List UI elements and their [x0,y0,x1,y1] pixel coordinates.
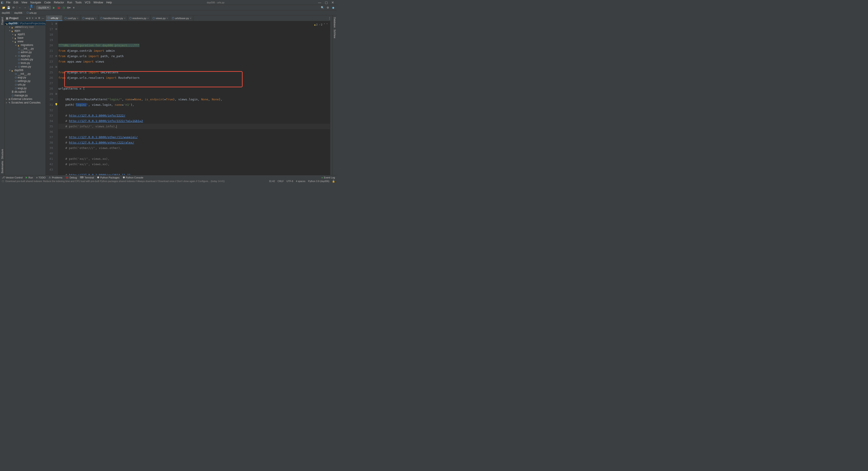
tree-item[interactable]: ▾▖apps [4,29,45,32]
breadcrumb-item[interactable]: day006 [2,11,10,14]
tree-item[interactable]: ▸✎Scratches and Consoles [4,101,45,104]
editor-tab[interactable]: ⬡views.py× [151,15,170,21]
debug-icon[interactable]: 🐞 [57,6,61,9]
tree-item[interactable]: ▸▖.venv library root [4,25,45,29]
chevron-down-icon[interactable]: ▾ [26,16,28,20]
inspections-widget[interactable]: 2 2 ˄ ˅ [314,22,328,28]
close-tab-icon[interactable]: × [190,17,191,20]
tool-sciview[interactable]: SciView [333,29,336,39]
tool-python-packages[interactable]: ⬢Python Packages [97,176,120,179]
tree-item[interactable]: 🗄db.sqlite3 [4,90,45,94]
collapse-icon[interactable]: ⇥ [35,16,37,20]
stop-icon[interactable]: ■ [72,6,75,9]
close-tab-icon[interactable]: × [77,17,78,20]
settings-icon[interactable]: ⚙ [326,6,330,9]
warnings-count[interactable]: 2 [314,22,318,28]
menu-refactor[interactable]: Refactor [53,0,65,4]
tabs-more-icon[interactable]: ⋮ [328,16,331,20]
tree-item[interactable]: ⬡settings.py [4,79,45,83]
close-tab-icon[interactable]: × [59,16,61,19]
project-tree[interactable]: ▾▖day006 E:\PycharmProjects\day00▸▖.venv… [4,21,45,175]
status-icon[interactable]: ☐ [2,180,4,182]
menu-edit[interactable]: Edit [12,0,20,4]
chevron-down-icon[interactable]: ˅ [327,22,328,28]
tool-debug[interactable]: 🐞Debug [66,176,77,179]
menu-view[interactable]: View [20,0,29,4]
tool-project[interactable]: Project [1,16,4,26]
menu-code[interactable]: Code [43,0,52,4]
editor-tab[interactable]: ⬡handlers\base.py× [98,15,127,21]
sync-icon[interactable]: ⟳ [12,6,15,9]
status-caret-pos[interactable]: 31:42 [269,180,275,182]
hide-icon[interactable]: — [42,16,44,20]
menu-help[interactable]: Help [105,0,113,4]
close-icon[interactable]: ✕ [331,1,334,4]
tree-item[interactable]: ▾▖www [4,40,45,43]
tree-item[interactable]: ⬡admin.py [4,51,45,54]
tool-database[interactable]: Database [333,16,336,29]
tree-item[interactable]: ⬡asgi.py [4,76,45,79]
select-opened-icon[interactable]: ⊙ [29,16,31,20]
tool-problems[interactable]: ⚠Problems [49,176,62,179]
ide-icon[interactable]: ◉ [331,6,335,9]
coverage-icon[interactable]: ◷ [62,6,66,9]
menu-navigate[interactable]: Navigate [29,0,42,4]
tool-todo[interactable]: ≡TODO [36,176,45,179]
code-area[interactable]: 2 2 ˄ ˅ """URL configuration for day006 … [58,21,330,175]
menu-file[interactable]: File [5,0,12,4]
tree-item[interactable]: ⬡tests.py [4,61,45,65]
nav-icon[interactable]: 👤▾ [30,6,33,9]
tool-run[interactable]: ▶Run [26,176,33,179]
profile-icon[interactable]: ⊕▾ [67,6,70,9]
menu-tools[interactable]: Tools [74,0,83,4]
tree-item[interactable]: ⬡manage.py [4,94,45,97]
status-interpreter[interactable]: Python 3.9 (day006) [308,180,329,182]
close-tab-icon[interactable]: × [147,17,149,20]
forward-icon[interactable]: → [23,6,27,9]
back-icon[interactable]: ← [18,6,22,9]
status-line-sep[interactable]: CRLF [278,180,284,182]
run-config-selector[interactable]: day006 ▾ [36,6,51,9]
editor-tab[interactable]: ⬡resolvers.py× [127,15,151,21]
ok-count[interactable]: 2 [319,22,322,28]
close-tab-icon[interactable]: × [95,17,96,20]
gear-icon[interactable]: ⚙ [38,16,40,20]
close-tab-icon[interactable]: × [124,17,125,20]
chevron-up-icon[interactable]: ˄ [324,22,325,28]
breadcrumb-item[interactable]: urls.py [29,11,36,14]
tree-item[interactable]: ▸⬡views.py [4,65,45,68]
tool-event-log[interactable]: ●Event Log [321,176,335,179]
breadcrumb[interactable]: day006 〉 day006 〉 ⬡ urls.py [0,10,337,15]
tree-item[interactable]: ▸▖app01 [4,32,45,36]
minimize-icon[interactable]: — [318,1,321,4]
status-indent[interactable]: 4 spaces [296,180,305,182]
save-icon[interactable]: 💾 [7,6,10,9]
editor[interactable]: 1171819202122232425262728293031323334353… [46,21,332,175]
expand-icon[interactable]: ≡ [32,16,33,20]
tree-item[interactable]: ⬡__init__.py [4,72,45,76]
tree-item[interactable]: ▾▖day006 [4,68,45,72]
maximize-icon[interactable]: ▢ [325,1,328,4]
tree-item[interactable]: ▸▖base [4,36,45,40]
open-icon[interactable]: 📁 [2,6,5,9]
tool-version-control[interactable]: ⎇Version Control [2,176,23,179]
editor-tab[interactable]: ⬡urls.py× [46,15,63,21]
main-menu[interactable]: File Edit View Navigate Code Refactor Ru… [5,0,113,4]
tree-item[interactable]: ▸▖migrations [4,43,45,47]
tool-bookmarks[interactable]: Bookmarks [1,160,4,174]
tree-item[interactable]: ▸⬡apps.py [4,54,45,58]
status-lock-icon[interactable]: 🔓 [332,180,335,183]
menu-run[interactable]: Run [66,0,73,4]
editor-tab[interactable]: ⬡wsgi.py× [81,15,98,21]
intention-bulb-icon[interactable]: 💡 [55,103,58,106]
tool-python-console[interactable]: ⬢Python Console [123,176,144,179]
menu-vcs[interactable]: VCS [83,0,92,4]
tree-item[interactable]: ▸⊞External Libraries [4,97,45,101]
breadcrumb-item[interactable]: day006 [14,11,22,14]
tree-item[interactable]: ▾▖day006 E:\PycharmProjects\day00 [4,22,45,25]
tool-structure[interactable]: Structure [1,148,4,160]
editor-tab[interactable]: ⬡urls\base.py× [170,15,193,21]
editor-tab[interactable]: ⬡conf.py× [63,15,81,21]
status-encoding[interactable]: UTF-8 [286,180,293,182]
scrollbar[interactable] [330,21,332,175]
